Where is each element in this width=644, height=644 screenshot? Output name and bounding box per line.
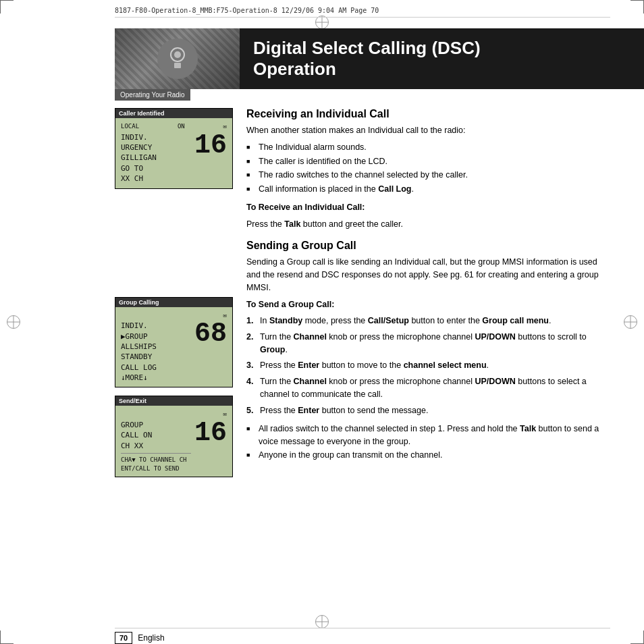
header-title-line2: Operation — [253, 59, 336, 79]
section1-instruction: Press the Talk button and greet the call… — [246, 218, 610, 231]
step-2: 2. Turn the Channel knob or press the mi… — [246, 331, 610, 357]
header-title: Digital Select Calling (DSC) Operation — [253, 38, 630, 80]
enter-bold-5: Enter — [298, 406, 319, 415]
send-big-number: 16 — [194, 420, 227, 447]
send-exit-title: Send/Exit — [115, 396, 232, 406]
bullet-4: Call information is placed in the Call L… — [246, 183, 610, 196]
send-exit-box: Send/Exit ✉ GROUP CALL ON CH XX CHA▼ TO … — [115, 396, 233, 477]
right-column: Receiving an Individual Call When anothe… — [246, 108, 610, 467]
step-3: 3. Press the Enter button to move to the… — [246, 359, 610, 372]
section2-steps: 1. In Standby mode, press the Call/Setup… — [246, 315, 610, 417]
section1-bold-heading: To Receive an Individual Call: — [246, 201, 610, 214]
section2-title: Sending a Group Call — [246, 240, 610, 252]
main-content: Caller Identified LOCAL ON ✉ INDIV. URGE… — [115, 105, 610, 617]
send-screen-inner: GROUP CALL ON CH XX CHA▼ TO CHANNEL CH E… — [121, 420, 227, 473]
section2-bold-heading: To Send a Group Call: — [246, 298, 610, 311]
step-4-num: 4. — [246, 375, 253, 388]
bullet-2: The caller is identified on the LCD. — [246, 155, 610, 168]
crop-mark-tr — [630, 0, 644, 14]
svg-point-1 — [174, 51, 181, 58]
lcd-s-divider — [121, 453, 191, 454]
lcd-g-allships: ALLSHIPS — [121, 342, 191, 352]
lcd-g-group: ▶GROUP — [121, 331, 191, 342]
send-exit-screen: ✉ GROUP CALL ON CH XX CHA▼ TO CHANNEL CH… — [115, 406, 232, 477]
lcd-g-standby: STANDBY — [121, 352, 191, 362]
updown-bold-2: UP/DOWN — [475, 332, 515, 342]
svg-rect-2 — [174, 63, 181, 68]
footer: 70 English — [115, 628, 610, 644]
groupcallmenu-bold: Group call menu — [482, 316, 549, 325]
section1-intro: When another station makes an Individual… — [246, 124, 610, 137]
header-icon — [157, 38, 198, 79]
lcd-s-chxx: CH XX — [121, 441, 191, 451]
group-screen-inner: INDIV. ▶GROUP ALLSHIPS STANDBY CALL LOG … — [121, 321, 227, 383]
lcd-line-gilligan: GILLIGAN — [121, 153, 191, 163]
bullet-1: The Individual alarm sounds. — [246, 141, 610, 154]
header-bar: Digital Select Calling (DSC) Operation — [115, 28, 644, 89]
file-header: 8187-F80-Operation-8_MMB:F75-Operation-8… — [115, 7, 610, 18]
section1-title: Receiving an Individual Call — [246, 108, 610, 120]
lcd-s-callon: CALL ON — [121, 430, 191, 440]
sub-bullet-1: All radios switch to the channel selecte… — [246, 423, 610, 448]
step-5: 5. Press the Enter button to send the me… — [246, 404, 610, 417]
crop-mark-br — [630, 630, 644, 644]
crop-mark-tl — [0, 0, 14, 14]
talk-bold-sub: Talk — [520, 424, 536, 433]
send-group-heading-bold: To Send a Group Call: — [246, 300, 334, 309]
header-title-line1: Digital Select Calling (DSC) — [253, 38, 481, 58]
on-label: ON — [178, 122, 185, 131]
caller-big-number: 16 — [194, 132, 227, 159]
lcd-g-indiv: INDIV. — [121, 321, 191, 331]
lcd-line-indiv: INDIV. — [121, 132, 191, 142]
left-column: Caller Identified LOCAL ON ✉ INDIV. URGE… — [115, 108, 233, 485]
group-spacer — [121, 311, 124, 320]
caller-identified-top-icons: LOCAL ON ✉ — [121, 122, 227, 131]
lcd-s-group: GROUP — [121, 420, 191, 430]
page-number-box: 70 — [115, 632, 132, 644]
sub-bullet-2: Anyone in the group can transmit on the … — [246, 449, 610, 462]
lcd-s-ent: ENT/CALL TO SEND — [121, 464, 191, 473]
mail-icon: ✉ — [223, 122, 227, 131]
step-5-num: 5. — [246, 404, 253, 417]
lcd-line-goto: GO TO — [121, 163, 191, 173]
reg-mark-left — [7, 315, 20, 329]
header-title-block: Digital Select Calling (DSC) Operation — [240, 32, 644, 85]
reg-mark-bottom — [315, 615, 329, 628]
channel-bold-4: Channel — [294, 377, 327, 386]
caller-screen-inner: INDIV. URGENCY GILLIGAN GO TO XX CH 16 — [121, 132, 227, 184]
calllog-bold: Call Log — [378, 184, 411, 194]
caller-identified-screen: LOCAL ON ✉ INDIV. URGENCY GILLIGAN GO TO… — [115, 118, 232, 188]
updown-bold-4: UP/DOWN — [475, 377, 515, 386]
caller-text-block: INDIV. URGENCY GILLIGAN GO TO XX CH — [121, 132, 191, 184]
standby-bold: Standby — [269, 316, 302, 325]
receive-heading-bold: To Receive an Individual Call: — [246, 203, 365, 212]
caller-identified-title: Caller Identified — [115, 109, 232, 118]
radio-icon — [165, 47, 190, 71]
step-1: 1. In Standby mode, press the Call/Setup… — [246, 315, 610, 327]
section1-bullets: The Individual alarm sounds. The caller … — [246, 141, 610, 196]
callsetup-bold: Call/Setup — [368, 316, 409, 325]
sub-header: Operating Your Radio — [115, 89, 190, 101]
local-label: LOCAL — [121, 122, 139, 131]
group-big-number: 68 — [194, 321, 227, 348]
step-4: 4. Turn the Channel knob or press the mi… — [246, 375, 610, 402]
chanselect-bold: channel select menu — [404, 360, 487, 370]
bullet-3: The radio switches to the channel select… — [246, 169, 610, 182]
step-3-num: 3. — [246, 359, 253, 372]
send-spacer — [121, 410, 124, 419]
lcd-s-cha: CHA▼ TO CHANNEL CH — [121, 456, 191, 464]
caller-identified-box: Caller Identified LOCAL ON ✉ INDIV. URGE… — [115, 108, 233, 189]
step-2-num: 2. — [246, 331, 253, 344]
lcd-g-calllog: CALL LOG — [121, 363, 191, 373]
crop-mark-bl — [0, 630, 14, 644]
section2-sub-bullets: All radios switch to the channel selecte… — [246, 423, 610, 462]
channel-bold-2: Channel — [294, 332, 327, 342]
lcd-g-more: ↓MORE↓ — [121, 373, 191, 383]
footer-language: English — [138, 633, 164, 643]
step-1-num: 1. — [246, 315, 253, 327]
group-bold-2: Group — [260, 345, 286, 354]
reg-mark-right — [624, 315, 637, 329]
talk-bold-1: Talk — [284, 219, 300, 229]
group-calling-title: Group Calling — [115, 298, 232, 307]
lcd-line-xxch: XX CH — [121, 173, 191, 184]
